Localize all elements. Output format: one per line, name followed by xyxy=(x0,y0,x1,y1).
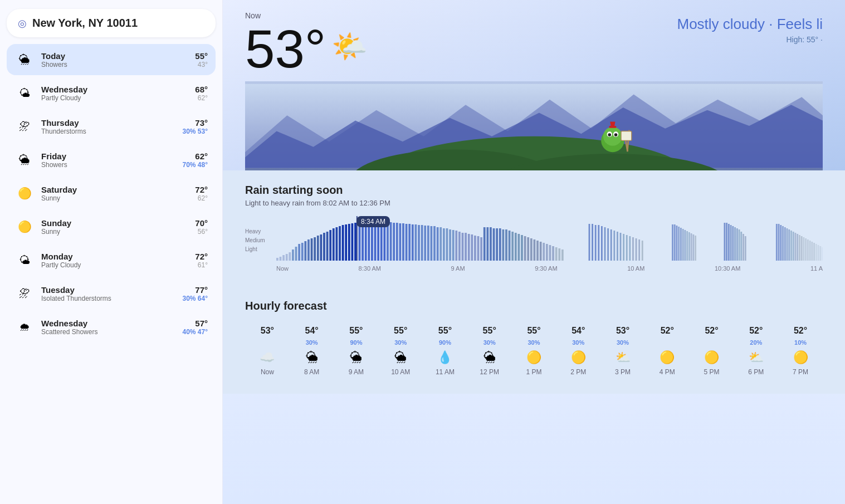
svg-rect-134 xyxy=(684,230,686,261)
hour-precip-3: 30% xyxy=(394,339,407,347)
svg-rect-120 xyxy=(620,233,622,261)
day-item-2[interactable]: ⛈ Thursday Thunderstorms 73° 30% 53° xyxy=(7,111,216,142)
svg-rect-148 xyxy=(740,232,742,261)
svg-rect-67 xyxy=(431,226,433,261)
svg-rect-80 xyxy=(471,234,473,261)
location-text: New York, NY 10011 xyxy=(32,17,138,30)
svg-rect-145 xyxy=(734,227,736,261)
hour-item-3: 55° 30% 🌦 10 AM xyxy=(378,321,423,380)
svg-rect-143 xyxy=(730,225,732,261)
svg-rect-58 xyxy=(402,223,404,261)
hour-item-6: 55° 30% 🟡 1 PM xyxy=(512,321,556,380)
day-temps-3: 62° 70% 48° xyxy=(183,151,208,169)
svg-rect-164 xyxy=(803,237,804,261)
day-name-0: Today xyxy=(41,51,188,61)
day-item-8[interactable]: 🌧 Wednesday Scattered Showers 57° 40% 47… xyxy=(7,311,216,342)
svg-rect-152 xyxy=(778,224,780,261)
svg-rect-24 xyxy=(295,247,297,261)
svg-rect-13 xyxy=(609,126,616,128)
hour-icon-0: ☁️ xyxy=(260,350,275,365)
svg-rect-37 xyxy=(336,227,338,261)
svg-rect-142 xyxy=(728,224,730,261)
day-info-8: Wednesday Scattered Showers xyxy=(41,319,176,336)
svg-rect-68 xyxy=(433,226,436,261)
day-temps-4: 72° 62° xyxy=(195,185,208,202)
svg-rect-25 xyxy=(298,244,300,261)
days-list: 🌦 Today Showers 55° 43° 🌤 Wednesday Part… xyxy=(7,44,216,342)
day-condition-6: Partly Cloudy xyxy=(41,261,188,269)
day-item-4[interactable]: 🟡 Saturday Sunny 72° 62° xyxy=(7,178,216,209)
day-condition-1: Partly Cloudy xyxy=(41,94,188,102)
hour-temp-8: 53° xyxy=(616,326,629,336)
day-item-7[interactable]: ⛈ Tuesday Isolated Thunderstorms 77° 30%… xyxy=(7,278,216,309)
day-high-8: 57° xyxy=(183,319,208,328)
svg-rect-141 xyxy=(726,223,727,261)
day-high-7: 77° xyxy=(183,285,208,295)
day-high-1: 68° xyxy=(195,85,208,94)
svg-rect-55 xyxy=(393,223,395,261)
svg-rect-117 xyxy=(610,229,612,261)
svg-rect-97 xyxy=(524,236,526,261)
svg-rect-90 xyxy=(502,229,504,261)
day-icon-4: 🟡 xyxy=(14,183,35,203)
day-condition-7: Isolated Thunderstorms xyxy=(41,295,176,302)
svg-rect-40 xyxy=(345,224,347,261)
day-item-3[interactable]: 🌦 Friday Showers 62° 70% 48° xyxy=(7,144,216,175)
hour-temp-6: 55° xyxy=(527,326,540,336)
svg-rect-85 xyxy=(486,227,489,261)
day-precip-7: 30% 64° xyxy=(183,295,208,302)
svg-rect-150 xyxy=(745,236,746,261)
day-name-8: Wednesday xyxy=(41,319,176,328)
sidebar: ◎ New York, NY 10011 🌦 Today Showers 55°… xyxy=(0,0,223,504)
day-high-4: 72° xyxy=(195,185,208,194)
svg-rect-71 xyxy=(443,228,445,261)
day-item-6[interactable]: 🌤 Monday Partly Cloudy 72° 61° xyxy=(7,244,216,276)
svg-rect-114 xyxy=(601,226,603,261)
hour-temp-1: 54° xyxy=(305,326,319,336)
svg-rect-128 xyxy=(672,224,673,261)
svg-rect-84 xyxy=(483,227,486,261)
svg-rect-163 xyxy=(801,236,803,261)
day-item-0[interactable]: 🌦 Today Showers 55° 43° xyxy=(7,44,216,75)
svg-rect-87 xyxy=(493,228,495,261)
svg-rect-95 xyxy=(518,234,520,261)
hour-precip-11: 20% xyxy=(750,339,762,347)
hour-item-11: 52° 20% ⛅ 6 PM xyxy=(734,321,778,380)
day-name-4: Saturday xyxy=(41,185,188,194)
day-name-1: Wednesday xyxy=(41,85,188,94)
rain-title: Rain starting soon xyxy=(245,184,823,197)
condition-text: Mostly cloudy · Feels li xyxy=(677,16,823,33)
svg-rect-170 xyxy=(815,244,817,261)
day-condition-2: Thunderstorms xyxy=(41,128,176,135)
hour-temp-5: 55° xyxy=(483,326,496,336)
hour-precip-4: 90% xyxy=(439,339,451,347)
current-temperature: 53° xyxy=(245,22,326,76)
svg-rect-54 xyxy=(390,222,392,261)
day-item-5[interactable]: 🟡 Sunday Sunny 70° 56° xyxy=(7,211,216,242)
svg-rect-33 xyxy=(323,233,325,261)
current-weather-hero: Now 53° 🌤️ Mostly cloudy · Feels li High… xyxy=(223,0,845,170)
day-temps-1: 68° 62° xyxy=(195,85,208,102)
rain-x-930: 9:30 AM xyxy=(535,265,557,272)
svg-rect-127 xyxy=(642,241,643,261)
svg-rect-168 xyxy=(811,242,813,261)
svg-rect-21 xyxy=(286,254,288,261)
svg-rect-162 xyxy=(799,235,800,261)
svg-rect-72 xyxy=(446,228,448,261)
day-condition-4: Sunny xyxy=(41,194,188,202)
svg-rect-121 xyxy=(623,234,624,261)
day-high-5: 70° xyxy=(195,218,208,228)
svg-point-11 xyxy=(614,133,618,136)
hour-temp-3: 55° xyxy=(394,326,407,336)
day-item-1[interactable]: 🌤 Wednesday Partly Cloudy 68° 62° xyxy=(7,77,216,109)
svg-rect-91 xyxy=(505,229,507,261)
hour-precip-8: 30% xyxy=(617,339,629,347)
svg-rect-73 xyxy=(449,229,451,261)
svg-rect-76 xyxy=(458,232,461,261)
location-bar[interactable]: ◎ New York, NY 10011 xyxy=(7,9,216,37)
hour-icon-12: 🟡 xyxy=(793,350,808,365)
svg-rect-140 xyxy=(724,223,725,261)
rain-chart-area: 8:34 AM Heavy Medium Light xyxy=(245,216,823,277)
day-temps-5: 70° 56° xyxy=(195,218,208,236)
svg-rect-146 xyxy=(736,228,738,261)
